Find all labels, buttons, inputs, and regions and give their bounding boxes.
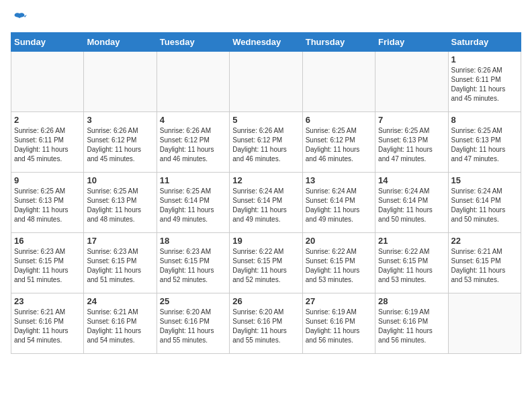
day-info: Sunrise: 6:21 AM Sunset: 6:16 PM Dayligh…	[14, 308, 81, 345]
day-number: 9	[14, 175, 81, 185]
day-number: 5	[232, 115, 299, 125]
calendar-cell	[230, 52, 302, 112]
calendar-cell	[302, 52, 375, 112]
day-number: 15	[451, 175, 518, 185]
day-info: Sunrise: 6:21 AM Sunset: 6:15 PM Dayligh…	[451, 247, 518, 285]
calendar-cell: 17Sunrise: 6:23 AM Sunset: 6:15 PM Dayli…	[84, 233, 157, 293]
day-number: 12	[232, 175, 299, 185]
day-info: Sunrise: 6:24 AM Sunset: 6:14 PM Dayligh…	[378, 187, 445, 224]
day-number: 3	[87, 115, 153, 125]
day-info: Sunrise: 6:22 AM Sunset: 6:15 PM Dayligh…	[306, 247, 372, 285]
calendar-cell: 4Sunrise: 6:26 AM Sunset: 6:12 PM Daylig…	[157, 112, 229, 173]
day-number: 21	[378, 236, 445, 246]
day-number: 18	[160, 236, 226, 246]
day-number: 10	[87, 175, 153, 185]
calendar-cell: 23Sunrise: 6:21 AM Sunset: 6:16 PM Dayli…	[11, 293, 84, 354]
calendar-week-4: 16Sunrise: 6:23 AM Sunset: 6:15 PM Dayli…	[11, 233, 521, 293]
day-number: 27	[306, 296, 372, 306]
bird-icon	[12, 11, 27, 26]
calendar-cell: 20Sunrise: 6:22 AM Sunset: 6:15 PM Dayli…	[302, 233, 375, 293]
day-info: Sunrise: 6:23 AM Sunset: 6:15 PM Dayligh…	[14, 247, 81, 285]
weekday-header-sunday: Sunday	[11, 33, 84, 52]
calendar-cell	[84, 52, 157, 112]
day-info: Sunrise: 6:24 AM Sunset: 6:14 PM Dayligh…	[232, 187, 299, 224]
calendar-cell: 9Sunrise: 6:25 AM Sunset: 6:13 PM Daylig…	[11, 173, 84, 233]
day-info: Sunrise: 6:25 AM Sunset: 6:13 PM Dayligh…	[451, 126, 518, 164]
calendar-cell: 2Sunrise: 6:26 AM Sunset: 6:11 PM Daylig…	[11, 112, 84, 173]
day-number: 11	[160, 175, 226, 185]
calendar-cell	[448, 293, 521, 354]
day-info: Sunrise: 6:25 AM Sunset: 6:13 PM Dayligh…	[14, 187, 81, 224]
calendar-cell: 14Sunrise: 6:24 AM Sunset: 6:14 PM Dayli…	[375, 173, 448, 233]
day-number: 22	[451, 236, 518, 246]
day-number: 28	[378, 296, 445, 306]
calendar-cell: 15Sunrise: 6:24 AM Sunset: 6:14 PM Dayli…	[448, 173, 521, 233]
day-info: Sunrise: 6:20 AM Sunset: 6:16 PM Dayligh…	[160, 308, 226, 345]
calendar-cell: 21Sunrise: 6:22 AM Sunset: 6:15 PM Dayli…	[375, 233, 448, 293]
day-number: 8	[451, 115, 518, 125]
page-header	[11, 11, 521, 26]
day-number: 26	[232, 296, 299, 306]
weekday-header-monday: Monday	[84, 33, 157, 52]
calendar-table: SundayMondayTuesdayWednesdayThursdayFrid…	[11, 32, 521, 354]
calendar-cell: 8Sunrise: 6:25 AM Sunset: 6:13 PM Daylig…	[448, 112, 521, 173]
calendar-cell: 18Sunrise: 6:23 AM Sunset: 6:15 PM Dayli…	[157, 233, 229, 293]
day-info: Sunrise: 6:26 AM Sunset: 6:12 PM Dayligh…	[160, 126, 226, 164]
calendar-week-3: 9Sunrise: 6:25 AM Sunset: 6:13 PM Daylig…	[11, 173, 521, 233]
weekday-header-tuesday: Tuesday	[157, 33, 229, 52]
day-number: 2	[14, 115, 81, 125]
logo	[11, 11, 27, 26]
calendar-cell: 3Sunrise: 6:26 AM Sunset: 6:12 PM Daylig…	[84, 112, 157, 173]
day-info: Sunrise: 6:21 AM Sunset: 6:16 PM Dayligh…	[87, 308, 153, 345]
calendar-week-1: 1Sunrise: 6:26 AM Sunset: 6:11 PM Daylig…	[11, 52, 521, 112]
calendar-cell	[157, 52, 229, 112]
weekday-header-friday: Friday	[375, 33, 448, 52]
day-number: 17	[87, 236, 153, 246]
day-info: Sunrise: 6:26 AM Sunset: 6:12 PM Dayligh…	[87, 126, 153, 164]
calendar-cell	[11, 52, 84, 112]
day-number: 16	[14, 236, 81, 246]
day-number: 25	[160, 296, 226, 306]
calendar-cell: 12Sunrise: 6:24 AM Sunset: 6:14 PM Dayli…	[230, 173, 302, 233]
weekday-header-row: SundayMondayTuesdayWednesdayThursdayFrid…	[11, 33, 521, 52]
day-info: Sunrise: 6:26 AM Sunset: 6:12 PM Dayligh…	[232, 126, 299, 164]
calendar-cell: 13Sunrise: 6:24 AM Sunset: 6:14 PM Dayli…	[302, 173, 375, 233]
day-info: Sunrise: 6:19 AM Sunset: 6:16 PM Dayligh…	[378, 308, 445, 345]
day-info: Sunrise: 6:26 AM Sunset: 6:11 PM Dayligh…	[14, 126, 81, 164]
day-number: 13	[306, 175, 372, 185]
calendar-cell: 22Sunrise: 6:21 AM Sunset: 6:15 PM Dayli…	[448, 233, 521, 293]
calendar-cell: 10Sunrise: 6:25 AM Sunset: 6:13 PM Dayli…	[84, 173, 157, 233]
day-number: 14	[378, 175, 445, 185]
day-info: Sunrise: 6:19 AM Sunset: 6:16 PM Dayligh…	[306, 308, 372, 345]
weekday-header-thursday: Thursday	[302, 33, 375, 52]
calendar-week-2: 2Sunrise: 6:26 AM Sunset: 6:11 PM Daylig…	[11, 112, 521, 173]
calendar-cell: 25Sunrise: 6:20 AM Sunset: 6:16 PM Dayli…	[157, 293, 229, 354]
day-number: 23	[14, 296, 81, 306]
day-number: 7	[378, 115, 445, 125]
calendar-week-5: 23Sunrise: 6:21 AM Sunset: 6:16 PM Dayli…	[11, 293, 521, 354]
calendar-cell	[375, 52, 448, 112]
day-info: Sunrise: 6:26 AM Sunset: 6:11 PM Dayligh…	[451, 66, 518, 103]
day-number: 1	[451, 54, 518, 64]
calendar-cell: 11Sunrise: 6:25 AM Sunset: 6:14 PM Dayli…	[157, 173, 229, 233]
calendar-cell: 1Sunrise: 6:26 AM Sunset: 6:11 PM Daylig…	[448, 52, 521, 112]
day-info: Sunrise: 6:25 AM Sunset: 6:13 PM Dayligh…	[87, 187, 153, 224]
calendar-cell: 24Sunrise: 6:21 AM Sunset: 6:16 PM Dayli…	[84, 293, 157, 354]
calendar-cell: 6Sunrise: 6:25 AM Sunset: 6:12 PM Daylig…	[302, 112, 375, 173]
day-info: Sunrise: 6:22 AM Sunset: 6:15 PM Dayligh…	[232, 247, 299, 285]
calendar-cell: 16Sunrise: 6:23 AM Sunset: 6:15 PM Dayli…	[11, 233, 84, 293]
calendar-cell: 7Sunrise: 6:25 AM Sunset: 6:13 PM Daylig…	[375, 112, 448, 173]
day-number: 20	[306, 236, 372, 246]
weekday-header-wednesday: Wednesday	[230, 33, 302, 52]
day-number: 24	[87, 296, 153, 306]
day-number: 4	[160, 115, 226, 125]
day-info: Sunrise: 6:25 AM Sunset: 6:12 PM Dayligh…	[306, 126, 372, 164]
day-info: Sunrise: 6:20 AM Sunset: 6:16 PM Dayligh…	[232, 308, 299, 345]
day-info: Sunrise: 6:23 AM Sunset: 6:15 PM Dayligh…	[87, 247, 153, 285]
calendar-cell: 28Sunrise: 6:19 AM Sunset: 6:16 PM Dayli…	[375, 293, 448, 354]
calendar-cell: 27Sunrise: 6:19 AM Sunset: 6:16 PM Dayli…	[302, 293, 375, 354]
calendar-cell: 26Sunrise: 6:20 AM Sunset: 6:16 PM Dayli…	[230, 293, 302, 354]
calendar-cell: 19Sunrise: 6:22 AM Sunset: 6:15 PM Dayli…	[230, 233, 302, 293]
day-info: Sunrise: 6:22 AM Sunset: 6:15 PM Dayligh…	[378, 247, 445, 285]
day-info: Sunrise: 6:24 AM Sunset: 6:14 PM Dayligh…	[306, 187, 372, 224]
